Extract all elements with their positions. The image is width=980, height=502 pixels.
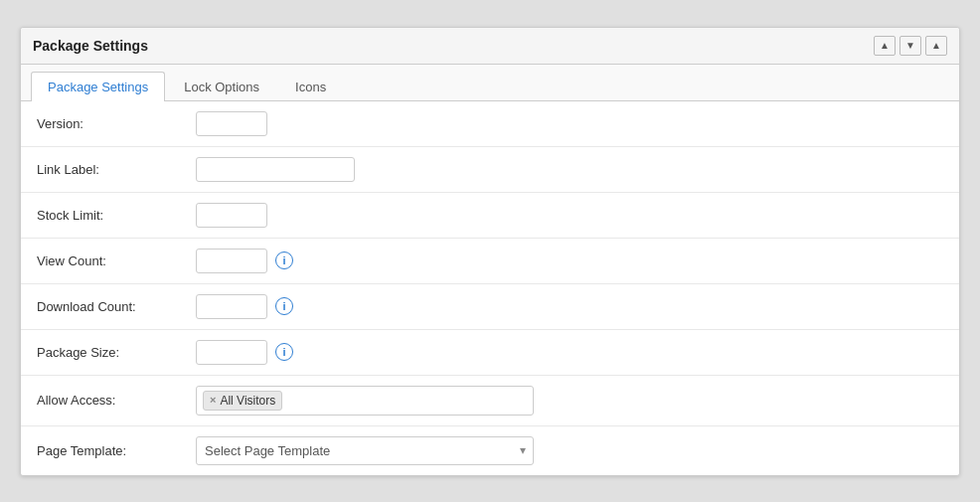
view-count-info-icon[interactable]: i [275, 251, 293, 269]
tab-package-settings[interactable]: Package Settings [31, 72, 165, 101]
version-label: Version: [37, 116, 196, 131]
view-count-row: View Count: i [21, 239, 959, 284]
view-count-label: View Count: [37, 253, 196, 268]
download-count-input[interactable] [196, 294, 267, 319]
tab-icons[interactable]: Icons [278, 72, 343, 101]
panel-collapse-down-button[interactable]: ▼ [899, 36, 921, 56]
allow-access-field: × All Visitors [196, 386, 943, 416]
tabs-bar: Package Settings Lock Options Icons [21, 65, 959, 101]
allow-access-row: Allow Access: × All Visitors [21, 376, 959, 426]
panel-controls: ▲ ▼ ▲ [874, 36, 947, 56]
panel-expand-button[interactable]: ▲ [925, 36, 947, 56]
package-size-label: Package Size: [37, 345, 196, 360]
tag-remove-button[interactable]: × [210, 395, 216, 406]
package-size-field: i [196, 340, 943, 365]
allow-access-input[interactable]: × All Visitors [196, 386, 534, 416]
link-label-row: Link Label: [21, 147, 959, 193]
package-settings-panel: Package Settings ▲ ▼ ▲ Package Settings … [20, 27, 960, 476]
link-label-input[interactable] [196, 157, 355, 182]
view-count-field: i [196, 249, 943, 273]
download-count-label: Download Count: [37, 299, 196, 314]
form-body: Version: Link Label: Stock Limit: View C… [21, 101, 959, 475]
view-count-input[interactable] [196, 249, 267, 273]
stock-limit-label: Stock Limit: [37, 208, 196, 223]
panel-collapse-up-button[interactable]: ▲ [874, 36, 896, 56]
panel-title: Package Settings [33, 38, 148, 54]
page-template-label: Page Template: [37, 443, 196, 458]
stock-limit-field [196, 203, 943, 228]
stock-limit-row: Stock Limit: [21, 193, 959, 239]
package-size-info-icon[interactable]: i [275, 343, 293, 361]
download-count-row: Download Count: i [21, 284, 959, 330]
allow-access-label: Allow Access: [37, 393, 196, 408]
link-label-label: Link Label: [37, 162, 196, 177]
page-template-field: Select Page Template ▾ [196, 436, 943, 465]
page-template-row: Page Template: Select Page Template ▾ [21, 426, 959, 475]
version-row: Version: [21, 101, 959, 147]
version-input[interactable] [196, 111, 267, 136]
package-size-input[interactable] [196, 340, 267, 365]
tab-lock-options[interactable]: Lock Options [167, 72, 276, 101]
allow-access-tag: × All Visitors [203, 391, 282, 411]
page-template-select[interactable]: Select Page Template [196, 436, 534, 465]
tag-label: All Visitors [220, 394, 275, 408]
page-template-select-wrapper: Select Page Template ▾ [196, 436, 534, 465]
download-count-info-icon[interactable]: i [275, 297, 293, 315]
link-label-field [196, 157, 943, 182]
version-field [196, 111, 943, 136]
stock-limit-input[interactable] [196, 203, 267, 228]
download-count-field: i [196, 294, 943, 319]
panel-header: Package Settings ▲ ▼ ▲ [21, 28, 959, 65]
package-size-row: Package Size: i [21, 330, 959, 376]
